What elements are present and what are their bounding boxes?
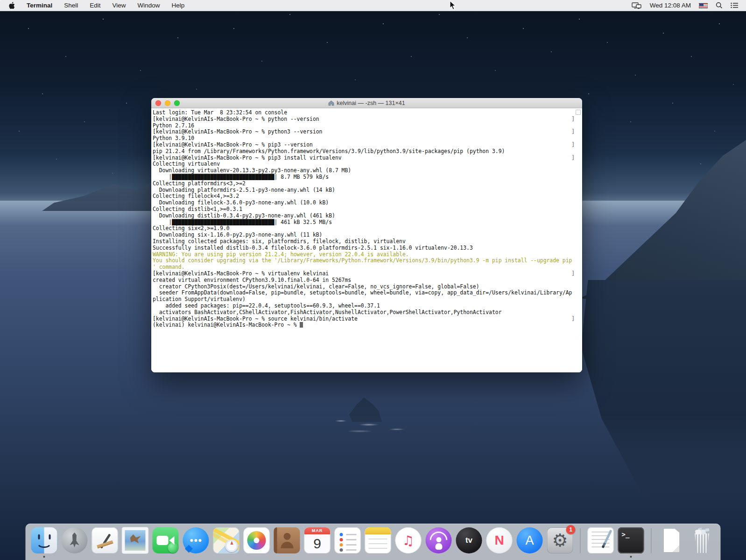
terminal-line: [kelvinai@KelvinAIs-MacBook-Pro ~ % pyth… bbox=[153, 116, 582, 123]
display-mirroring-icon[interactable] bbox=[632, 2, 642, 9]
dock-divider bbox=[651, 528, 652, 553]
terminal-line: [kelvinai@KelvinAIs-MacBook-Pro ~ % pip3… bbox=[153, 155, 582, 161]
terminal-line: creator CPython3Posix(dest=/Users/kelvin… bbox=[153, 284, 582, 290]
spotlight-search-icon[interactable] bbox=[716, 2, 723, 9]
terminal-line: added seed packages: pip==22.0.4, setupt… bbox=[153, 303, 582, 309]
desktop[interactable]: Terminal Shell Edit View Window Help Wed… bbox=[0, 0, 746, 560]
dock-item-finder[interactable] bbox=[31, 527, 57, 553]
mouse-cursor bbox=[450, 0, 456, 12]
generic-app-icon bbox=[92, 527, 118, 553]
dock-item-messages[interactable] bbox=[183, 527, 209, 553]
zoom-button[interactable] bbox=[174, 100, 180, 106]
terminal-line: ' command. bbox=[153, 264, 582, 271]
terminal-line: [kelvinai@KelvinAIs-MacBook-Pro ~ % pip3… bbox=[153, 142, 582, 148]
news-glyph: N bbox=[486, 527, 513, 553]
running-indicator bbox=[630, 556, 632, 558]
terminal-line: created virtual environment CPython3.9.1… bbox=[153, 277, 582, 284]
keyboard-flag-us-icon[interactable] bbox=[699, 3, 708, 8]
calendar-day-label: 9 bbox=[304, 533, 331, 553]
terminal-line: Python 3.9.10 bbox=[153, 135, 582, 142]
terminal-line: |████████████████████████████████| 8.7 M… bbox=[153, 174, 582, 181]
close-button[interactable] bbox=[155, 100, 161, 106]
menu-bar-clock[interactable]: Wed 12:08 AM bbox=[650, 2, 691, 9]
mail-icon bbox=[122, 527, 148, 553]
contacts-icon bbox=[274, 527, 300, 553]
dock-item-appstore[interactable]: A bbox=[517, 527, 543, 553]
dock-item-podcasts[interactable] bbox=[426, 527, 452, 553]
terminal-line: You should consider upgrading via the '/… bbox=[153, 258, 582, 264]
textedit-icon bbox=[588, 527, 614, 553]
terminal-line: Collecting distlib<1,>=0.3.1 bbox=[153, 206, 582, 213]
terminal-line: Downloading platformdirs-2.5.1-py3-none-… bbox=[153, 187, 582, 194]
document-icon bbox=[659, 527, 685, 553]
menu-window[interactable]: Window bbox=[138, 2, 160, 9]
terminal-line: WARNING: You are using pip version 21.2.… bbox=[153, 252, 582, 258]
dock-item-news[interactable]: N bbox=[486, 527, 513, 553]
messages-icon bbox=[183, 527, 209, 553]
dock-item-reminders[interactable] bbox=[335, 527, 361, 553]
menu-edit[interactable]: Edit bbox=[90, 2, 100, 9]
dock-item-terminal[interactable]: >_ bbox=[618, 527, 644, 553]
terminal-line: (kelvinai) kelvinai@KelvinAIs-MacBook-Pr… bbox=[153, 322, 582, 329]
dock: MAR9♫tvNA⚙1>_ bbox=[26, 524, 721, 560]
terminal-line: plication Support/virtualenv) bbox=[153, 296, 582, 303]
photos-icon bbox=[244, 527, 270, 553]
dock-item-launchpad[interactable] bbox=[62, 527, 88, 553]
terminal-cursor bbox=[300, 322, 303, 328]
calendar-month-label: MAR bbox=[304, 528, 331, 533]
dock-item-calendar[interactable]: MAR9 bbox=[304, 527, 331, 553]
terminal-line: Downloading virtualenv-20.13.3-py2.py3-n… bbox=[153, 168, 582, 174]
tv-glyph: tv bbox=[456, 527, 482, 553]
calendar-icon: MAR9 bbox=[304, 527, 331, 553]
minimize-button[interactable] bbox=[165, 100, 170, 106]
terminal-glyph: >_ bbox=[618, 527, 644, 553]
appstore-glyph: A bbox=[517, 527, 543, 553]
dock-item-photos[interactable] bbox=[244, 527, 270, 553]
terminal-line: [kelvinai@KelvinAIs-MacBook-Pro ~ % virt… bbox=[153, 271, 582, 277]
dock-item-maps[interactable] bbox=[213, 527, 239, 553]
dock-item-trash[interactable] bbox=[689, 527, 715, 553]
notification-badge: 1 bbox=[566, 525, 576, 534]
podcasts-icon bbox=[426, 527, 452, 553]
music-icon: ♫ bbox=[395, 527, 422, 553]
terminal-line: Last login: Tue Mar 8 23:32:54 on consol… bbox=[153, 110, 582, 116]
dock-item-tv[interactable]: tv bbox=[456, 527, 482, 553]
terminal-line: Python 2.7.16 bbox=[153, 123, 582, 129]
notification-list-icon[interactable] bbox=[731, 2, 739, 8]
wallpaper-foam bbox=[327, 418, 415, 434]
terminal-line: Collecting filelock<4,>=3.2 bbox=[153, 193, 582, 200]
apple-menu-icon[interactable] bbox=[8, 2, 15, 9]
terminal-line: Collecting virtualenv bbox=[153, 161, 582, 168]
menu-view[interactable]: View bbox=[113, 2, 126, 9]
dock-item-music[interactable]: ♫ bbox=[395, 527, 422, 553]
terminal-icon: >_ bbox=[618, 527, 644, 553]
terminal-line: Collecting six<2,>=1.9.0 bbox=[153, 225, 582, 232]
finder-icon bbox=[31, 527, 57, 553]
terminal-output[interactable]: Last login: Tue Mar 8 23:32:54 on consol… bbox=[151, 108, 582, 372]
terminal-window[interactable]: kelvinai — -zsh — 131×41 Last login: Tue… bbox=[151, 98, 582, 372]
dock-item-textedit[interactable] bbox=[588, 527, 614, 553]
maps-icon bbox=[213, 527, 239, 553]
running-indicator bbox=[43, 556, 45, 558]
terminal-line: [kelvinai@KelvinAIs-MacBook-Pro ~ % sour… bbox=[153, 316, 582, 322]
dock-item-document[interactable] bbox=[659, 527, 685, 553]
dock-item-generic-app[interactable] bbox=[92, 527, 118, 553]
notes-icon bbox=[365, 527, 391, 553]
dock-item-system-preferences[interactable]: ⚙1 bbox=[547, 527, 573, 553]
terminal-line: pip 21.2.4 from /Library/Frameworks/Pyth… bbox=[153, 148, 582, 155]
active-app-name[interactable]: Terminal bbox=[27, 2, 52, 9]
menu-shell[interactable]: Shell bbox=[64, 2, 78, 9]
music-glyph: ♫ bbox=[395, 527, 422, 553]
window-titlebar[interactable]: kelvinai — -zsh — 131×41 bbox=[151, 98, 582, 108]
appstore-icon: A bbox=[517, 527, 543, 553]
dock-item-notes[interactable] bbox=[365, 527, 391, 553]
terminal-line: Downloading six-1.16.0-py2.py3-none-any.… bbox=[153, 232, 582, 238]
launchpad-icon bbox=[62, 527, 88, 553]
dock-divider bbox=[580, 528, 581, 553]
dock-item-facetime[interactable] bbox=[153, 527, 179, 553]
menu-help[interactable]: Help bbox=[172, 2, 185, 9]
terminal-line: activators BashActivator,CShellActivator… bbox=[153, 309, 582, 316]
reminders-icon bbox=[335, 527, 361, 553]
dock-item-mail[interactable] bbox=[122, 527, 148, 553]
dock-item-contacts[interactable] bbox=[274, 527, 300, 553]
